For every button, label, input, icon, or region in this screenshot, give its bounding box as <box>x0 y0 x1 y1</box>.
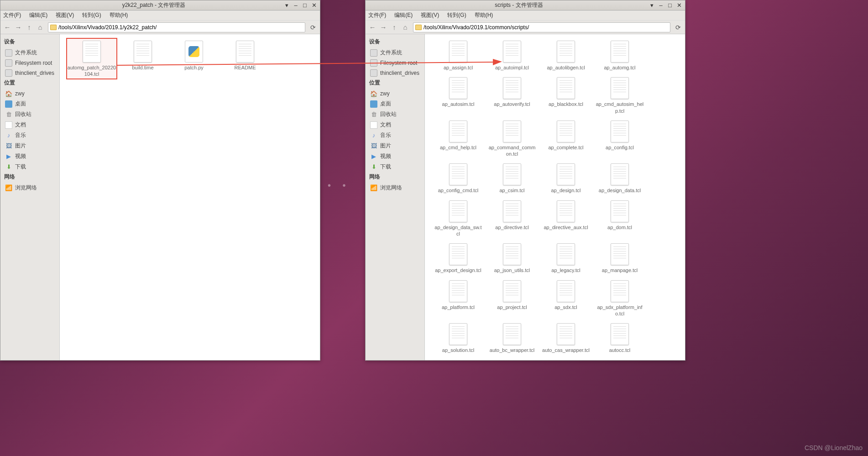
file-item[interactable]: auto_bc_wrapper.tcl <box>485 320 539 355</box>
menu-goto[interactable]: 转到(G) <box>447 11 466 19</box>
sidebar-item[interactable]: Filesystem root <box>366 58 424 68</box>
minimize-icon[interactable]: – <box>292 2 300 9</box>
file-item[interactable]: ap_blackbox.tcl <box>539 74 593 116</box>
sidebar-item[interactable]: 🗑回收站 <box>366 109 424 120</box>
file-item[interactable]: ap_autoverify.tcl <box>485 74 539 116</box>
menu-file[interactable]: 文件(F) <box>368 11 386 19</box>
text-file-icon <box>557 323 575 345</box>
sidebar-item[interactable]: 📶浏览网络 <box>0 183 59 193</box>
sidebar-item[interactable]: thinclient_drives <box>0 68 59 78</box>
file-item[interactable]: ap_cmd_autosim_help.tcl <box>593 74 647 116</box>
menu-edit[interactable]: 编辑(E) <box>29 11 47 19</box>
home-icon[interactable]: ⌂ <box>35 22 45 32</box>
file-item[interactable]: ap_config.tcl <box>593 118 647 159</box>
file-item[interactable]: ap_legacy.tcl <box>539 241 593 275</box>
file-item[interactable]: ap_design_data.tcl <box>593 161 647 195</box>
forward-icon[interactable]: → <box>13 22 23 32</box>
file-label: ap_sdx.tcl <box>554 304 577 310</box>
files-pane[interactable]: ap_assign.tclap_autoimpl.tclap_autolibge… <box>425 34 685 360</box>
file-item[interactable]: ap_design_data_sw.tcl <box>431 198 485 239</box>
file-item[interactable]: ap_autolibgen.tcl <box>539 38 593 73</box>
sidebar-item[interactable]: thinclient_drives <box>366 68 424 78</box>
close-icon[interactable]: ✕ <box>310 2 318 9</box>
sidebar-item[interactable]: 桌面 <box>366 99 424 109</box>
ico-download-icon: ⬇ <box>370 163 377 171</box>
close-icon[interactable]: ✕ <box>675 2 683 9</box>
file-item[interactable]: ap_sdx_platform_info.tcl <box>593 278 647 319</box>
file-item[interactable]: ap_command_common.tcl <box>485 118 539 159</box>
file-item[interactable]: ap_directive_aux.tcl <box>539 198 593 239</box>
forward-icon[interactable]: → <box>378 22 388 32</box>
file-item[interactable]: auto_cas_wrapper.tcl <box>539 320 593 355</box>
sidebar-item[interactable]: ⬇下载 <box>366 162 424 172</box>
sidebar-item[interactable]: 🖼图片 <box>366 141 424 151</box>
sidebar-item[interactable]: 📶浏览网络 <box>366 183 424 193</box>
sidebar-item[interactable]: 文件系统 <box>0 47 59 58</box>
file-item[interactable]: ap_config_cmd.tcl <box>431 161 485 195</box>
file-item[interactable]: ap_export_design.tcl <box>431 241 485 275</box>
file-item[interactable]: ap_complete.tcl <box>539 118 593 159</box>
sidebar-item[interactable]: 文件系统 <box>366 47 424 58</box>
file-item[interactable]: ap_design.tcl <box>539 161 593 195</box>
back-icon[interactable]: ← <box>2 22 12 32</box>
file-item[interactable]: README <box>220 38 271 79</box>
sidebar-item[interactable]: 🏠zwy <box>366 89 424 99</box>
address-bar[interactable]: /tools/Xilinx/Vivado/2019.1/common/scrip… <box>413 22 670 32</box>
sidebar-item[interactable]: 文档 <box>0 120 59 130</box>
maximize-icon[interactable]: □ <box>666 2 674 9</box>
file-item[interactable]: autocc.tcl <box>593 320 647 355</box>
back-icon[interactable]: ← <box>367 22 377 32</box>
file-item[interactable]: ap_assign.tcl <box>431 38 485 73</box>
sidebar-item[interactable]: Filesystem root <box>0 58 59 68</box>
sidebar-item[interactable]: ▶视频 <box>366 151 424 162</box>
menu-view[interactable]: 视图(V) <box>421 11 439 19</box>
dropdown-icon[interactable]: ▾ <box>648 2 656 9</box>
file-item[interactable]: ap_automg.tcl <box>593 38 647 73</box>
sidebar-item-label: 桌面 <box>15 100 26 108</box>
sidebar-item[interactable]: 🖼图片 <box>0 141 59 151</box>
address-bar[interactable]: /tools/Xilinx/Vivado/2019.1/y2k22_patch/ <box>48 22 305 32</box>
file-item[interactable]: ap_autosim.tcl <box>431 74 485 116</box>
menu-help[interactable]: 帮助(H) <box>110 11 128 19</box>
file-item[interactable]: ap_sdx.tcl <box>539 278 593 319</box>
maximize-icon[interactable]: □ <box>301 2 309 9</box>
file-item[interactable]: automg_patch_20220104.tcl <box>66 38 117 79</box>
sidebar-item[interactable]: 🗑回收站 <box>0 109 59 120</box>
dropdown-icon[interactable]: ▾ <box>282 2 291 9</box>
file-item[interactable]: ap_json_utils.tcl <box>485 241 539 275</box>
sidebar-item[interactable]: ♪音乐 <box>366 130 424 141</box>
file-item[interactable]: ap_solution.tcl <box>431 320 485 355</box>
sidebar-item-label: 视频 <box>380 152 391 160</box>
sidebar-item[interactable]: 桌面 <box>0 99 59 109</box>
up-icon[interactable]: ↑ <box>389 22 399 32</box>
sidebar-item[interactable]: ♪音乐 <box>0 130 59 141</box>
home-icon[interactable]: ⌂ <box>400 22 410 32</box>
up-icon[interactable]: ↑ <box>24 22 34 32</box>
sidebar-item[interactable]: ▶视频 <box>0 151 59 162</box>
sidebar-item[interactable]: 文档 <box>366 120 424 130</box>
reload-icon[interactable]: ⟳ <box>673 22 683 32</box>
file-item[interactable]: ap_project.tcl <box>485 278 539 319</box>
reload-icon[interactable]: ⟳ <box>308 22 318 32</box>
file-item[interactable]: ap_csim.tcl <box>485 161 539 195</box>
file-item[interactable]: patch.py <box>168 38 220 79</box>
file-item[interactable]: ap_dom.tcl <box>593 198 647 239</box>
minimize-icon[interactable]: – <box>657 2 665 9</box>
file-item[interactable]: build.time <box>117 38 168 79</box>
sidebar-item[interactable]: ⬇下载 <box>0 162 59 172</box>
text-file-icon <box>611 323 629 345</box>
files-pane[interactable]: automg_patch_20220104.tclbuild.timepatch… <box>60 34 320 360</box>
menu-view[interactable]: 视图(V) <box>56 11 74 19</box>
file-item[interactable]: ap_autoimpl.tcl <box>485 38 539 73</box>
titlebar[interactable]: y2k22_patch - 文件管理器 ▾ – □ ✕ <box>0 0 320 10</box>
menu-edit[interactable]: 编辑(E) <box>394 11 413 19</box>
file-item[interactable]: ap_directive.tcl <box>485 198 539 239</box>
menu-goto[interactable]: 转到(G) <box>82 11 101 19</box>
titlebar[interactable]: scripts - 文件管理器 ▾ – □ ✕ <box>366 0 685 10</box>
file-item[interactable]: ap_cmd_help.tcl <box>431 118 485 159</box>
menu-help[interactable]: 帮助(H) <box>475 11 493 19</box>
menu-file[interactable]: 文件(F) <box>3 11 21 19</box>
sidebar-item[interactable]: 🏠zwy <box>0 89 59 99</box>
file-item[interactable]: ap_platform.tcl <box>431 278 485 319</box>
file-item[interactable]: ap_manpage.tcl <box>593 241 647 275</box>
